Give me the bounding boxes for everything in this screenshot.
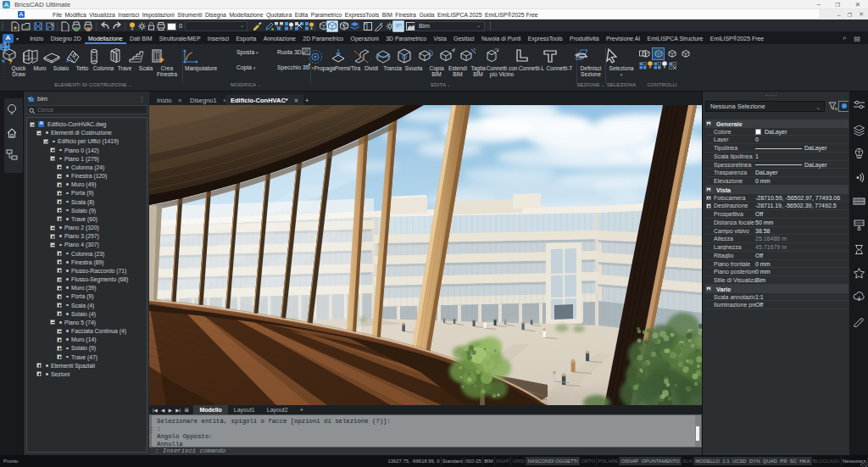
- svg-text:Y: Y: [452, 48, 455, 53]
